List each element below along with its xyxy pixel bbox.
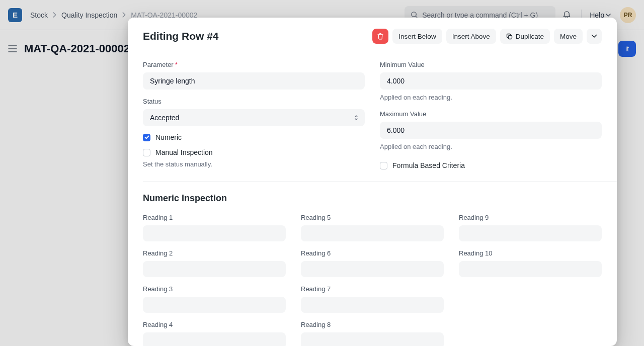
reading-label: Reading 2: [143, 249, 286, 257]
reading-label: Reading 8: [301, 321, 444, 328]
reading-2-input[interactable]: [143, 261, 286, 277]
modal-body: Parameter* Status Numeric: [128, 55, 617, 346]
reading-label: Reading 1: [143, 214, 286, 221]
reading-4-input[interactable]: [143, 332, 286, 346]
status-select[interactable]: [143, 109, 365, 126]
manual-checkbox[interactable]: [143, 149, 150, 156]
max-value-label: Maximum Value: [380, 110, 602, 118]
duplicate-button[interactable]: Duplicate: [500, 29, 550, 44]
section-divider: [143, 182, 617, 182]
max-help-text: Applied on each reading.: [380, 143, 602, 150]
reading-5-input[interactable]: [301, 225, 444, 241]
reading-1-input[interactable]: [143, 225, 286, 241]
min-value-input[interactable]: [380, 72, 602, 90]
move-button[interactable]: Move: [554, 29, 583, 44]
reading-8-input[interactable]: [301, 332, 444, 346]
reading-9-input[interactable]: [459, 225, 602, 241]
formula-checkbox[interactable]: [380, 162, 387, 169]
formula-checkbox-label: Formula Based Criteria: [392, 161, 465, 169]
svg-rect-1: [508, 35, 512, 39]
insert-below-button[interactable]: Insert Below: [392, 29, 442, 44]
reading-7-input[interactable]: [301, 297, 444, 313]
parameter-input[interactable]: [143, 72, 365, 90]
trash-icon: [377, 33, 384, 40]
reading-label: Reading 9: [459, 214, 602, 221]
chevron-down-icon: [591, 34, 597, 38]
modal-header: Editing Row #4 Insert Below Insert Above…: [128, 18, 617, 55]
min-value-label: Minimum Value: [380, 61, 602, 68]
readings-col-1: Reading 1 Reading 2 Reading 3 Reading 4: [143, 206, 286, 346]
readings-col-3: Reading 9 Reading 10: [459, 206, 602, 346]
row-edit-modal: Editing Row #4 Insert Below Insert Above…: [128, 18, 617, 346]
form-right-column: Minimum Value Applied on each reading. M…: [380, 55, 602, 169]
reading-label: Reading 10: [459, 249, 602, 257]
formula-checkbox-row[interactable]: Formula Based Criteria: [380, 161, 602, 169]
reading-label: Reading 5: [301, 214, 444, 221]
more-button[interactable]: [587, 29, 602, 44]
numeric-checkbox-label: Numeric: [155, 133, 182, 141]
delete-button[interactable]: [372, 29, 388, 44]
reading-label: Reading 4: [143, 321, 286, 328]
reading-label: Reading 6: [301, 249, 444, 257]
reading-label: Reading 3: [143, 285, 286, 293]
manual-checkbox-row[interactable]: Manual Inspection: [143, 148, 365, 156]
min-help-text: Applied on each reading.: [380, 94, 602, 101]
readings-section-title: Numeric Inspection: [143, 193, 602, 204]
check-icon: [144, 135, 149, 139]
insert-above-button[interactable]: Insert Above: [446, 29, 496, 44]
select-caret-icon: [354, 114, 359, 121]
reading-3-input[interactable]: [143, 297, 286, 313]
manual-help-text: Set the status manually.: [143, 160, 365, 168]
reading-6-input[interactable]: [301, 261, 444, 277]
parameter-label: Parameter*: [143, 61, 365, 68]
manual-checkbox-label: Manual Inspection: [155, 148, 213, 156]
form-left-column: Parameter* Status Numeric: [143, 55, 365, 169]
readings-grid: Reading 1 Reading 2 Reading 3 Reading 4: [143, 206, 602, 346]
status-label: Status: [143, 98, 365, 105]
numeric-checkbox[interactable]: [143, 134, 150, 141]
readings-col-2: Reading 5 Reading 6 Reading 7 Reading 8: [301, 206, 444, 346]
numeric-checkbox-row[interactable]: Numeric: [143, 133, 365, 141]
copy-icon: [506, 33, 513, 40]
reading-10-input[interactable]: [459, 261, 602, 277]
max-value-input[interactable]: [380, 122, 602, 139]
modal-title: Editing Row #4: [143, 30, 368, 42]
duplicate-label: Duplicate: [516, 33, 544, 40]
reading-label: Reading 7: [301, 285, 444, 293]
